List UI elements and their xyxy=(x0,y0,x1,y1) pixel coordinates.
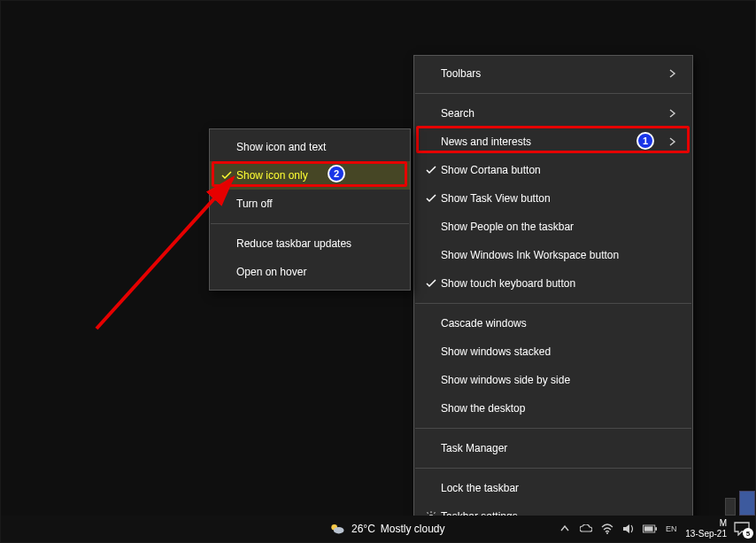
weather-desc: Mostly cloudy xyxy=(381,523,445,535)
language-icon[interactable]: EN xyxy=(664,522,678,536)
chevron-up-icon[interactable] xyxy=(558,522,572,536)
menu-separator xyxy=(415,303,691,304)
menu-item-task-manager[interactable]: Task Manager xyxy=(414,434,692,462)
menu-item-label: Show Cortana button xyxy=(441,164,676,176)
chevron-right-icon xyxy=(662,137,676,146)
menu-item-label: Search xyxy=(441,107,662,120)
menu-item-news-and-interests[interactable]: News and interests xyxy=(414,128,692,156)
weather-temp: 26°C xyxy=(351,523,375,535)
notification-count: 5 xyxy=(743,528,753,539)
menu-item-label: Turn off xyxy=(236,198,394,210)
chevron-right-icon xyxy=(662,69,676,78)
taskbar-clock[interactable]: M 13-Sep-21 xyxy=(685,518,727,539)
menu-separator xyxy=(415,468,691,469)
menu-item-cortana-button[interactable]: Show Cortana button xyxy=(414,156,692,184)
weather-widget[interactable]: 26°C Mostly cloudy xyxy=(328,520,445,538)
system-tray: EN M 13-Sep-21 5 xyxy=(558,518,753,539)
action-center-icon[interactable]: 5 xyxy=(734,522,750,536)
menu-item-toolbars[interactable]: Toolbars xyxy=(414,59,692,88)
submenu-item-icon-only[interactable]: Show icon only xyxy=(210,161,410,190)
menu-item-label: News and interests xyxy=(441,136,662,148)
news-interests-submenu: Show icon and text Show icon only Turn o… xyxy=(209,128,411,291)
check-icon xyxy=(421,194,441,203)
chevron-right-icon xyxy=(662,109,676,118)
cloud-sync-icon[interactable] xyxy=(579,522,593,536)
menu-item-label: Show Task View button xyxy=(441,192,676,205)
battery-icon[interactable] xyxy=(643,522,657,536)
check-icon xyxy=(421,166,441,175)
submenu-item-icon-and-text[interactable]: Show icon and text xyxy=(210,133,410,161)
svg-rect-6 xyxy=(656,527,658,531)
clock-time: M xyxy=(720,518,727,529)
check-icon xyxy=(421,279,441,288)
menu-item-label: Open on hover xyxy=(236,266,394,278)
menu-item-label: Lock the taskbar xyxy=(441,482,676,494)
volume-icon[interactable] xyxy=(621,522,636,536)
wifi-icon[interactable] xyxy=(600,522,614,536)
menu-item-label: Toolbars xyxy=(441,67,662,80)
submenu-item-turn-off[interactable]: Turn off xyxy=(210,190,410,218)
menu-separator xyxy=(415,93,691,94)
menu-item-cascade[interactable]: Cascade windows xyxy=(414,309,692,337)
menu-item-label: Show windows stacked xyxy=(441,345,676,358)
menu-item-label: Cascade windows xyxy=(441,317,676,330)
menu-item-label: Show Windows Ink Workspace button xyxy=(441,249,676,261)
svg-rect-7 xyxy=(644,526,653,531)
menu-separator xyxy=(211,223,409,224)
menu-item-touch-keyboard[interactable]: Show touch keyboard button xyxy=(414,269,692,298)
menu-item-stacked[interactable]: Show windows stacked xyxy=(414,337,692,366)
submenu-item-reduce-updates[interactable]: Reduce taskbar updates xyxy=(210,229,410,258)
svg-point-3 xyxy=(334,527,344,534)
weather-icon xyxy=(328,520,346,538)
menu-item-ink-workspace[interactable]: Show Windows Ink Workspace button xyxy=(414,241,692,269)
menu-item-label: Show People on the taskbar xyxy=(441,221,676,233)
menu-item-label: Show icon only xyxy=(236,169,394,182)
menu-item-task-view-button[interactable]: Show Task View button xyxy=(414,184,692,213)
pinned-app-icon[interactable] xyxy=(725,498,736,516)
clock-date: 13-Sep-21 xyxy=(685,529,727,539)
svg-point-4 xyxy=(606,532,608,534)
menu-item-search[interactable]: Search xyxy=(414,99,692,128)
taskbar-context-menu: Toolbars Search News and interests Show … xyxy=(413,55,693,535)
taskbar: 26°C Mostly cloudy EN M 13-Sep-21 5 xyxy=(1,516,755,542)
menu-item-label: Show windows side by side xyxy=(441,374,676,386)
menu-item-label: Reduce taskbar updates xyxy=(236,237,394,250)
menu-item-show-desktop[interactable]: Show the desktop xyxy=(414,394,692,423)
menu-item-sidebyside[interactable]: Show windows side by side xyxy=(414,366,692,394)
pinned-app-icon[interactable] xyxy=(739,491,755,516)
submenu-item-open-on-hover[interactable]: Open on hover xyxy=(210,258,410,286)
menu-item-lock-taskbar[interactable]: Lock the taskbar xyxy=(414,474,692,502)
check-icon xyxy=(217,171,236,180)
menu-item-label: Show the desktop xyxy=(441,402,676,415)
menu-item-label: Task Manager xyxy=(441,442,676,454)
menu-item-label: Show icon and text xyxy=(236,141,394,153)
menu-item-label: Show touch keyboard button xyxy=(441,277,676,290)
menu-separator xyxy=(415,428,691,429)
menu-item-people[interactable]: Show People on the taskbar xyxy=(414,213,692,241)
